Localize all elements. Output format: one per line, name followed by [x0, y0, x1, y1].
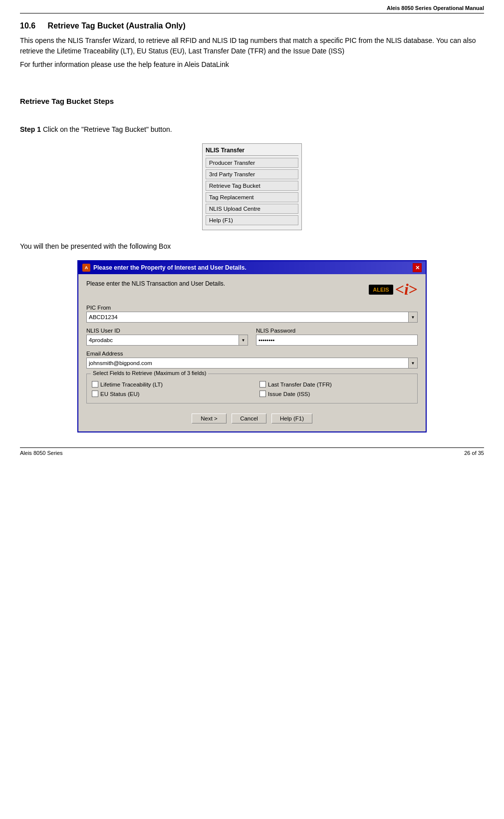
pic-from-input[interactable]	[87, 312, 408, 322]
checkbox-eu-status: EU Status (EU)	[92, 391, 245, 397]
pic-from-label: PIC From	[86, 305, 418, 311]
cancel-button[interactable]: Cancel	[232, 413, 266, 423]
user-password-row: NLIS User ID ▼ NLIS Password	[86, 328, 418, 346]
checkbox-issue-date: Issue Date (ISS)	[259, 391, 412, 397]
presented-text: You will then be presented with the foll…	[20, 242, 484, 250]
dialog-wrapper: A Please enter the Property of Interest …	[20, 260, 484, 432]
section-title: Retrieve Tag Bucket (Australia Only)	[48, 21, 186, 30]
email-dropdown-btn[interactable]: ▼	[408, 358, 417, 368]
cb-eu-status-label: EU Status (EU)	[100, 391, 140, 397]
cb-eu-status[interactable]	[92, 391, 98, 397]
footer-right: 26 of 35	[464, 450, 484, 456]
menu-box-wrapper: NLIS Transfer Producer Transfer 3rd Part…	[20, 143, 484, 230]
cb-lifetime-traceability[interactable]	[92, 381, 98, 388]
dialog-footer: Next > Cancel Help (F1)	[86, 410, 418, 425]
dialog-box: A Please enter the Property of Interest …	[77, 260, 427, 432]
dialog-icon: A	[82, 264, 90, 272]
menu-item-producer-transfer[interactable]: Producer Transfer	[206, 158, 298, 168]
pic-from-group: PIC From ▼	[86, 305, 418, 323]
email-input[interactable]	[87, 358, 408, 368]
retrieve-steps-heading: Retrieve Tag Bucket Steps	[20, 97, 484, 105]
email-group: Email Address ▼	[86, 351, 418, 369]
checkbox-row-2: EU Status (EU) Issue Date (ISS)	[92, 391, 412, 397]
pic-from-input-wrapper: ▼	[86, 312, 418, 323]
cb-lifetime-traceability-label: Lifetime Traceability (LT)	[100, 382, 163, 388]
dialog-title: Please enter the Property of Interest an…	[93, 264, 247, 271]
help-button[interactable]: Help (F1)	[271, 413, 312, 423]
page-footer: Aleis 8050 Series 26 of 35	[20, 447, 484, 456]
nlis-user-id-col: NLIS User ID ▼	[86, 328, 248, 346]
step1-body: Click on the "Retrieve Tag Bucket" butto…	[41, 125, 172, 133]
next-button[interactable]: Next >	[192, 413, 227, 423]
section-heading: 10.6 Retrieve Tag Bucket (Australia Only…	[20, 21, 484, 30]
nlis-transfer-menu: NLIS Transfer Producer Transfer 3rd Part…	[202, 143, 302, 230]
dialog-titlebar: A Please enter the Property of Interest …	[78, 261, 426, 274]
nlis-password-input[interactable]	[256, 335, 418, 346]
nlis-password-col: NLIS Password	[256, 328, 418, 346]
nlis-user-id-input-wrapper: ▼	[86, 335, 248, 346]
pic-from-dropdown-btn[interactable]: ▼	[408, 312, 417, 322]
menu-title: NLIS Transfer	[206, 147, 298, 156]
cb-issue-date-label: Issue Date (ISS)	[268, 391, 310, 397]
step1-text: Step 1 Click on the "Retrieve Tag Bucket…	[20, 125, 484, 133]
id-logo: <i>	[395, 280, 418, 299]
menu-item-retrieve-tag-bucket[interactable]: Retrieve Tag Bucket	[206, 181, 298, 191]
dialog-body: Please enter the NLIS Transaction and Us…	[78, 274, 426, 431]
menu-item-3rd-party[interactable]: 3rd Party Transfer	[206, 169, 298, 179]
cb-last-transfer-date[interactable]	[259, 381, 266, 388]
menu-item-tag-replacement[interactable]: Tag Replacement	[206, 192, 298, 202]
aleis-logo: ALEIS	[369, 285, 393, 295]
select-fields-group: Select Fields to Retrieve (Maximum of 3 …	[86, 374, 418, 404]
titlebar-left: A Please enter the Property of Interest …	[82, 264, 247, 272]
menu-item-nlis-upload[interactable]: NLIS Upload Centre	[206, 204, 298, 214]
section-number: 10.6	[20, 21, 35, 30]
page-header: Aleis 8050 Series Operational Manual	[20, 5, 484, 13]
select-fields-legend: Select Fields to Retrieve (Maximum of 3 …	[91, 370, 208, 376]
cb-issue-date[interactable]	[259, 391, 266, 397]
email-input-wrapper: ▼	[86, 358, 418, 369]
section-para1: This opens the NLIS Transfer Wizard, to …	[20, 35, 484, 56]
checkbox-last-transfer-date: Last Transfer Date (TFR)	[259, 381, 412, 388]
checkbox-row-1: Lifetime Traceability (LT) Last Transfer…	[92, 381, 412, 388]
section-para2: For further information please use the h…	[20, 59, 484, 70]
nlis-user-id-input[interactable]	[87, 335, 239, 345]
dialog-top-row: Please enter the NLIS Transaction and Us…	[86, 280, 418, 299]
cb-last-transfer-date-label: Last Transfer Date (TFR)	[268, 382, 332, 388]
menu-item-help[interactable]: Help (F1)	[206, 215, 298, 225]
dialog-close-button[interactable]: ✕	[413, 263, 422, 272]
footer-left: Aleis 8050 Series	[20, 450, 63, 456]
nlis-password-label: NLIS Password	[256, 328, 418, 334]
manual-title: Aleis 8050 Series Operational Manual	[387, 5, 484, 11]
email-label: Email Address	[86, 351, 418, 357]
checkbox-lifetime-traceability: Lifetime Traceability (LT)	[92, 381, 245, 388]
step1-label: Step 1	[20, 125, 41, 133]
logo-area: ALEIS <i>	[369, 280, 418, 299]
nlis-user-id-label: NLIS User ID	[86, 328, 248, 334]
nlis-user-id-dropdown-btn[interactable]: ▼	[239, 335, 248, 345]
dialog-subtitle: Please enter the NLIS Transaction and Us…	[86, 280, 225, 287]
